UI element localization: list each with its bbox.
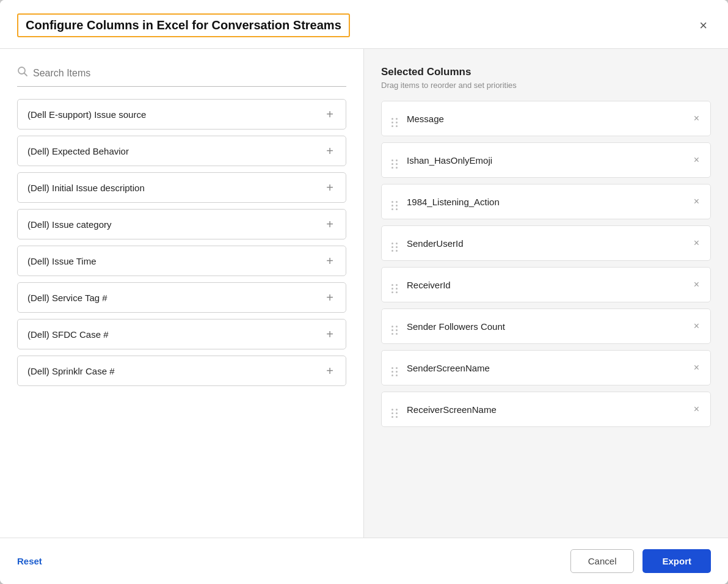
list-item[interactable]: (Dell E-support) Issue source + (17, 99, 346, 130)
selected-item-label: ReceiverId (407, 280, 693, 290)
selected-item: Message × (381, 101, 711, 136)
selected-item: SenderUserId × (381, 225, 711, 261)
selected-item-label: Message (407, 114, 693, 124)
selected-item: Sender Followers Count × (381, 308, 711, 344)
list-item[interactable]: (Dell) Expected Behavior + (17, 136, 346, 166)
drag-handle-icon[interactable] (391, 151, 398, 169)
export-button[interactable]: Export (642, 549, 711, 573)
selected-item-label: SenderScreenName (407, 363, 693, 373)
cancel-button[interactable]: Cancel (570, 549, 635, 573)
available-items-list: (Dell E-support) Issue source + (Dell) E… (17, 99, 346, 538)
selected-items-list: Message × Ishan_HasOnlyEmoji × 1984_ (381, 101, 711, 538)
add-item-button[interactable]: + (324, 255, 336, 267)
add-item-button[interactable]: + (324, 291, 336, 304)
add-item-button[interactable]: + (324, 145, 336, 157)
selected-item-label: Sender Followers Count (407, 321, 693, 332)
reset-button[interactable]: Reset (17, 556, 42, 566)
left-panel: (Dell E-support) Issue source + (Dell) E… (0, 49, 364, 538)
list-item[interactable]: (Dell) SFDC Case # + (17, 319, 346, 349)
drag-handle-icon[interactable] (391, 110, 398, 127)
drag-handle-icon[interactable] (391, 235, 398, 252)
svg-line-1 (24, 73, 27, 76)
drag-handle-icon[interactable] (391, 276, 398, 293)
list-item-label: (Dell) Initial Issue description (27, 183, 145, 193)
selected-item: Ishan_HasOnlyEmoji × (381, 142, 711, 178)
list-item-label: (Dell E-support) Issue source (27, 109, 146, 120)
selected-columns-title: Selected Columns (381, 66, 711, 78)
close-button[interactable]: × (696, 18, 711, 34)
add-item-button[interactable]: + (324, 328, 336, 340)
list-item-label: (Dell) Issue category (27, 219, 112, 230)
modal-body: (Dell E-support) Issue source + (Dell) E… (0, 49, 728, 538)
remove-item-button[interactable]: × (693, 114, 701, 123)
list-item[interactable]: (Dell) Initial Issue description + (17, 172, 346, 203)
modal-title: Configure Columns in Excel for Conversat… (17, 13, 350, 37)
add-item-button[interactable]: + (324, 108, 336, 120)
list-item[interactable]: (Dell) Issue category + (17, 209, 346, 239)
selected-columns-subtitle: Drag items to reorder and set priorities (381, 81, 711, 90)
selected-item: ReceiverScreenName × (381, 392, 711, 427)
remove-item-button[interactable]: × (693, 238, 701, 248)
remove-item-button[interactable]: × (693, 363, 701, 373)
search-container (17, 66, 346, 87)
drag-handle-icon[interactable] (391, 318, 398, 335)
list-item[interactable]: (Dell) Service Tag # + (17, 282, 346, 313)
selected-item: 1984_Listening_Action × (381, 184, 711, 219)
selected-item-label: ReceiverScreenName (407, 404, 693, 415)
right-panel: Selected Columns Drag items to reorder a… (364, 49, 728, 538)
selected-item: ReceiverId × (381, 267, 711, 302)
drag-handle-icon[interactable] (391, 401, 398, 418)
list-item-label: (Dell) Issue Time (27, 256, 96, 266)
remove-item-button[interactable]: × (693, 321, 701, 331)
list-item-label: (Dell) SFDC Case # (27, 329, 109, 340)
list-item[interactable]: (Dell) Sprinklr Case # + (17, 356, 346, 386)
list-item-label: (Dell) Service Tag # (27, 293, 107, 303)
list-item-label: (Dell) Expected Behavior (27, 146, 129, 156)
drag-handle-icon[interactable] (391, 359, 398, 376)
selected-item-label: 1984_Listening_Action (407, 197, 693, 207)
drag-handle-icon[interactable] (391, 193, 398, 210)
selected-item-label: SenderUserId (407, 238, 693, 249)
remove-item-button[interactable]: × (693, 197, 701, 206)
add-item-button[interactable]: + (324, 181, 336, 194)
remove-item-button[interactable]: × (693, 280, 701, 290)
add-item-button[interactable]: + (324, 365, 336, 377)
search-icon (17, 66, 28, 80)
search-input[interactable] (33, 68, 346, 79)
remove-item-button[interactable]: × (693, 155, 701, 165)
list-item-label: (Dell) Sprinklr Case # (27, 366, 115, 376)
selected-item-label: Ishan_HasOnlyEmoji (407, 155, 693, 166)
footer-actions: Cancel Export (570, 549, 711, 573)
remove-item-button[interactable]: × (693, 404, 701, 414)
selected-item: SenderScreenName × (381, 350, 711, 385)
list-item[interactable]: (Dell) Issue Time + (17, 246, 346, 276)
add-item-button[interactable]: + (324, 218, 336, 230)
modal-header: Configure Columns in Excel for Conversat… (0, 0, 728, 49)
modal-footer: Reset Cancel Export (0, 538, 728, 584)
configure-columns-modal: Configure Columns in Excel for Conversat… (0, 0, 728, 584)
